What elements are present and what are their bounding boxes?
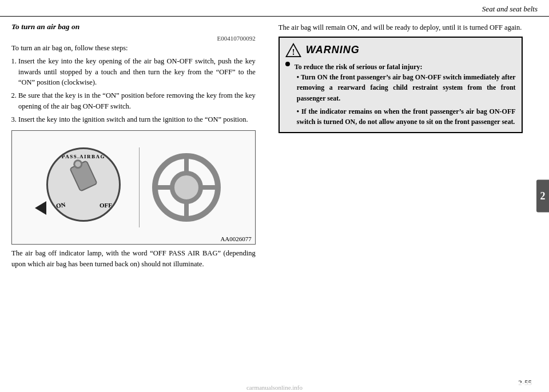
switch-circle: PASS.AIRBAG ON OFF <box>46 147 121 222</box>
chapter-tab: 2 <box>536 180 549 213</box>
switch-arc-label: PASS.AIRBAG <box>62 154 105 159</box>
code-reference: E00410700092 <box>11 35 256 42</box>
key-bow <box>72 158 84 170</box>
watermark: carmanualsonline.info <box>0 383 549 392</box>
steps-list: Insert the key into the key opening of t… <box>18 56 256 125</box>
right-intro: The air bag will remain ON, and will be … <box>279 22 523 33</box>
intro-text: To turn an air bag on, follow these step… <box>11 43 256 54</box>
caption-text: The air bag off indicator lamp, with the… <box>11 248 256 270</box>
diagram-divider <box>139 147 140 227</box>
steering-svg <box>152 153 221 222</box>
warning-triangle-icon: ! <box>285 42 301 58</box>
bullet-dot <box>285 62 290 66</box>
warning-main-bullet: To reduce the risk of serious or fatal i… <box>285 62 516 72</box>
step-3: Insert the key into the ignition switch … <box>18 114 256 125</box>
key-slot <box>69 160 98 192</box>
warning-body: To reduce the risk of serious or fatal i… <box>285 62 516 127</box>
warning-sub-1: • Turn ON the front passenger’s air bag … <box>297 72 516 104</box>
off-label: OFF <box>100 202 112 209</box>
section-title: To turn an air bag on <box>11 22 256 31</box>
warning-main-text: To reduce the risk of serious or fatal i… <box>295 62 423 72</box>
warning-sub-bullets: • Turn ON the front passenger’s air bag … <box>297 72 516 127</box>
warning-sub-2: • If the indicator remains on when the f… <box>297 106 516 127</box>
arrow-indicator <box>35 201 46 215</box>
right-column: The air bag will remain ON, and will be … <box>273 22 523 380</box>
diagram-ref: AA0026077 <box>220 235 251 242</box>
steering-diagram <box>152 153 221 222</box>
step-1: Insert the key into the key opening of t… <box>18 56 256 88</box>
page-header: Seat and seat belts <box>0 0 549 17</box>
main-content: To turn an air bag on E00410700092 To tu… <box>0 17 549 386</box>
step-2: Be sure that the key is in the “ON” posi… <box>18 90 256 112</box>
header-title: Seat and seat belts <box>482 5 538 14</box>
left-column: To turn an air bag on E00410700092 To tu… <box>11 22 261 380</box>
svg-point-5 <box>172 173 201 202</box>
warning-header: ! WARNING <box>285 42 516 58</box>
on-label: ON <box>55 201 66 210</box>
warning-box: ! WARNING To reduce the risk of serious … <box>279 37 523 133</box>
svg-text:!: ! <box>292 47 295 56</box>
warning-title: WARNING <box>306 44 360 56</box>
diagram-box: PASS.AIRBAG ON OFF <box>11 130 256 245</box>
